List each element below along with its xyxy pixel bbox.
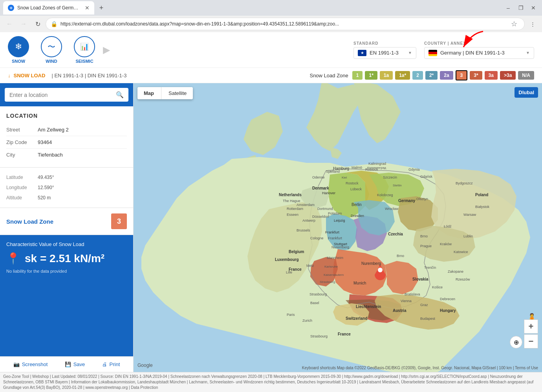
tab-area: ❄ Snow Load Zones of Germany Ac ✕ + bbox=[3, 1, 503, 15]
zone-legend-label: Snow Load Zone bbox=[309, 73, 348, 78]
map-status-text: Keyboard shortcuts Map data ©2022 GeoBas… bbox=[302, 366, 538, 370]
print-icon: 🖨 bbox=[102, 361, 107, 367]
zone-chip-2a[interactable]: 2a bbox=[440, 71, 453, 80]
snow-load-bar: ↓ SNOW LOAD | EN 1991-1-3 | DIN EN 1991-… bbox=[0, 68, 542, 83]
svg-text:Rostock: Rostock bbox=[346, 181, 359, 185]
svg-text:Karlsruhe: Karlsruhe bbox=[324, 265, 338, 268]
zone-chip-na[interactable]: N/A bbox=[518, 71, 534, 80]
svg-text:Esseen: Esseen bbox=[287, 213, 298, 217]
snow-zone-label: Snow Load Zone bbox=[6, 218, 111, 225]
svg-text:Czechia: Czechia bbox=[388, 232, 403, 236]
bookmark-icon[interactable]: ☆ bbox=[509, 18, 520, 29]
action-buttons: 📷 Screenshot 💾 Save 🖨 Print bbox=[0, 356, 133, 372]
zoom-in-btn[interactable]: + bbox=[524, 319, 538, 334]
print-button[interactable]: 🖨 Print bbox=[102, 361, 120, 367]
char-value-row: 📍 sk = 2.51 kN/m² bbox=[6, 252, 127, 265]
tab-close-btn[interactable]: ✕ bbox=[85, 5, 90, 11]
svg-text:Basel: Basel bbox=[310, 301, 319, 305]
zone-chip-3s[interactable]: 3* bbox=[470, 71, 482, 80]
standard-dropdown-arrow: ▼ bbox=[408, 51, 412, 55]
svg-text:Nuremberg: Nuremberg bbox=[331, 245, 349, 249]
new-tab-button[interactable]: + bbox=[96, 2, 107, 13]
zone-chip-3a[interactable]: 3a bbox=[485, 71, 498, 80]
zone-chip-2s[interactable]: 2* bbox=[425, 71, 438, 80]
coords-section: Latitude 49.435° Longitude 12.590° Altit… bbox=[0, 168, 133, 208]
active-tab[interactable]: ❄ Snow Load Zones of Germany Ac ✕ bbox=[3, 1, 94, 15]
footer-text: Geo-Zone Tool | Webshop | Last Updated: … bbox=[3, 374, 533, 390]
svg-text:Budapest: Budapest bbox=[420, 317, 436, 321]
address-bar[interactable]: 🔒 https://external-crm.dlubal.com/loadzo… bbox=[46, 18, 525, 30]
svg-text:Nuremberg: Nuremberg bbox=[361, 261, 381, 266]
nav-wind[interactable]: 〜 WIND bbox=[41, 36, 62, 64]
map-type-satellite-btn[interactable]: Satellite bbox=[162, 87, 193, 99]
svg-text:Katowice: Katowice bbox=[454, 250, 468, 254]
map-svg: Hamburg Berlin Leipzig Hanover Frankfurt… bbox=[134, 83, 542, 372]
snow-zone-badge: 3 bbox=[111, 213, 127, 229]
country-label: COUNTRY | ANNEX bbox=[424, 41, 534, 46]
svg-text:Liechtenstein: Liechtenstein bbox=[356, 304, 381, 309]
svg-text:Kaiserslautern: Kaiserslautern bbox=[324, 273, 344, 277]
search-input[interactable] bbox=[9, 92, 113, 98]
lon-key: Longitude bbox=[6, 185, 38, 190]
search-box[interactable]: 🔍 bbox=[5, 88, 128, 102]
zone-chip-1a[interactable]: 1a bbox=[380, 71, 393, 80]
zone-chip-1[interactable]: 1 bbox=[352, 71, 363, 80]
window-restore-btn[interactable]: ❐ bbox=[515, 2, 526, 13]
back-button[interactable]: ← bbox=[3, 18, 16, 30]
svg-text:Brussels: Brussels bbox=[297, 228, 310, 232]
characteristic-section: Characteristic Value of Snow Load 📍 sk =… bbox=[0, 235, 133, 356]
zone-chip-3[interactable]: 3 bbox=[456, 70, 468, 80]
standard-label: STANDARD bbox=[353, 41, 416, 46]
location-title: LOCATION bbox=[6, 113, 127, 119]
location-row-street: Street Am Zellweg 2 bbox=[6, 124, 127, 136]
tab-title: Snow Load Zones of Germany Ac bbox=[17, 5, 80, 11]
zone-chip-1s[interactable]: 1* bbox=[365, 71, 377, 80]
country-dropdown[interactable]: Germany | DIN EN 1991-1-3 ▼ bbox=[424, 47, 534, 59]
browser-menu-btn[interactable]: ⋮ bbox=[526, 18, 539, 30]
svg-text:Zakopane: Zakopane bbox=[448, 270, 463, 273]
svg-text:Hanover: Hanover bbox=[322, 191, 335, 195]
window-close-btn[interactable]: ✕ bbox=[528, 2, 539, 13]
svg-text:Belgium: Belgium bbox=[289, 250, 304, 254]
dlubal-logo[interactable]: Dlubal bbox=[515, 87, 538, 98]
forward-button[interactable]: → bbox=[17, 18, 30, 30]
save-button[interactable]: 💾 Save bbox=[65, 361, 85, 367]
snow-load-label: ↓ SNOW LOAD bbox=[8, 73, 45, 78]
char-disclaimer: No liability for the data provided bbox=[6, 269, 127, 273]
zip-key: Zip Code bbox=[6, 139, 38, 145]
search-icon[interactable]: 🔍 bbox=[116, 91, 124, 98]
map-compass[interactable]: ⊕ bbox=[510, 336, 522, 348]
map-type-divider bbox=[161, 87, 161, 99]
map-area[interactable]: Map Satellite Dlubal bbox=[134, 83, 542, 372]
svg-text:Prague: Prague bbox=[420, 244, 432, 248]
screenshot-button[interactable]: 📷 Screenshot bbox=[13, 361, 48, 367]
zone-chip-1as[interactable]: 1a* bbox=[395, 71, 410, 80]
nav-seismic[interactable]: 📊 SEISMIC bbox=[74, 36, 95, 64]
svg-text:Bydgoszcz: Bydgoszcz bbox=[456, 181, 473, 185]
map-type-map-btn[interactable]: Map bbox=[137, 87, 160, 99]
seismic-icon-circle: 📊 bbox=[74, 36, 95, 57]
standard-dropdown[interactable]: ★ EN 1991-1-3 ▼ bbox=[353, 47, 416, 59]
print-label: Print bbox=[110, 361, 120, 367]
svg-text:Leipzig: Leipzig bbox=[334, 219, 345, 222]
svg-text:Bratislava: Bratislava bbox=[405, 292, 420, 296]
svg-text:Munich: Munich bbox=[353, 281, 366, 285]
nav-snow[interactable]: ❄ SNOW bbox=[8, 36, 29, 64]
svg-text:Poland: Poland bbox=[475, 193, 488, 197]
lat-key: Latitude bbox=[6, 175, 38, 180]
window-minimize-btn[interactable]: – bbox=[503, 2, 514, 13]
refresh-button[interactable]: ↻ bbox=[31, 18, 44, 30]
svg-text:Калининград: Калининград bbox=[367, 166, 386, 170]
svg-text:Strasbourg: Strasbourg bbox=[309, 292, 327, 296]
svg-text:The Hague: The Hague bbox=[283, 199, 300, 203]
snow-load-text: SNOW LOAD bbox=[14, 73, 46, 78]
zone-chip-2[interactable]: 2 bbox=[412, 71, 423, 80]
sidebar: 🔍 LOCATION Street Am Zellweg 2 Zip Code … bbox=[0, 83, 134, 372]
svg-text:Netherlands: Netherlands bbox=[279, 193, 302, 197]
zone-chip-3ag[interactable]: >3a bbox=[500, 71, 516, 80]
svg-text:Strasbourg: Strasbourg bbox=[310, 334, 328, 338]
search-container: 🔍 bbox=[0, 83, 133, 106]
svg-text:Slovakia: Slovakia bbox=[412, 277, 428, 281]
seismic-icon: 📊 bbox=[80, 42, 89, 51]
zoom-out-btn[interactable]: − bbox=[524, 334, 538, 348]
